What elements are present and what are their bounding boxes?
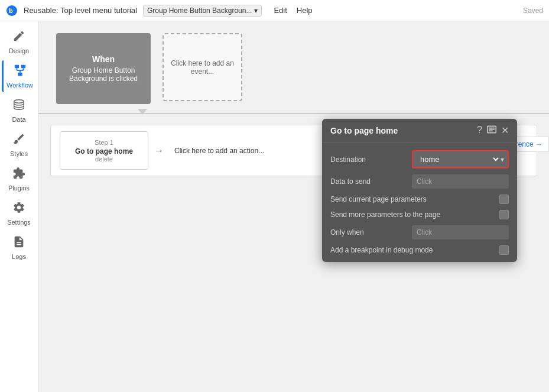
main-layout: Design Workflow Data Styles Plugins <box>0 21 549 392</box>
popup-close-icon[interactable]: ✕ <box>501 125 509 137</box>
when-label: When <box>92 54 115 64</box>
svg-text:b: b <box>9 7 13 14</box>
breakpoint-toggle[interactable] <box>499 245 509 255</box>
send-current-params-label: Send current page parameters <box>330 195 427 203</box>
destination-row: Destination home ▾ <box>330 150 509 169</box>
saved-status: Saved <box>523 7 543 15</box>
send-current-params-row: Send current page parameters <box>330 195 509 204</box>
send-current-params-toggle[interactable] <box>499 195 509 204</box>
plugins-icon <box>12 167 25 183</box>
workflow-dropdown[interactable]: Group Home Button Backgroun... ▾ <box>143 5 262 17</box>
sidebar-item-settings[interactable]: Settings <box>2 197 36 229</box>
design-icon <box>12 30 25 46</box>
when-block[interactable]: When Group Home Button Background is cli… <box>56 33 151 104</box>
send-more-params-row: Send more parameters to the page <box>330 210 509 219</box>
only-when-field[interactable]: Click <box>412 225 509 239</box>
sidebar-item-logs[interactable]: Logs <box>2 232 36 264</box>
project-label: Reusable: Top level menu tutorial <box>24 6 137 15</box>
sidebar-item-styles[interactable]: Styles <box>2 129 36 161</box>
popup-header-icons: ? ✕ <box>477 125 509 137</box>
data-label: Data <box>12 116 25 123</box>
popup-title: Go to page home <box>330 126 398 135</box>
send-more-params-toggle[interactable] <box>499 210 509 219</box>
add-action-button[interactable]: Click here to add an action... <box>170 144 269 157</box>
edit-menu[interactable]: Edit <box>274 6 287 15</box>
workflow-label: Group Home Button Backgroun... <box>147 7 252 15</box>
popup-header: Go to page home ? ✕ <box>322 119 517 143</box>
svg-rect-4 <box>18 73 22 76</box>
sidebar-item-data[interactable]: Data <box>2 95 36 127</box>
goto-page-popup: Go to page home ? ✕ Destination home <box>322 119 517 262</box>
destination-label: Destination <box>330 155 407 164</box>
popup-chat-icon[interactable] <box>487 125 496 137</box>
sidebar-item-plugins[interactable]: Plugins <box>2 163 36 195</box>
settings-icon <box>12 201 25 217</box>
step-delete[interactable]: delete <box>95 155 113 163</box>
svg-rect-3 <box>21 65 25 69</box>
breakpoint-label: Add a breakpoint in debug mode <box>330 246 433 254</box>
add-event-label: Click here to add an event... <box>164 59 241 76</box>
app-logo: b <box>6 5 18 17</box>
popup-body: Destination home ▾ Data to send Click Se <box>322 143 517 262</box>
sidebar: Design Workflow Data Styles Plugins <box>0 21 38 392</box>
design-label: Design <box>9 47 29 54</box>
top-bar: b Reusable: Top level menu tutorial Grou… <box>0 0 549 21</box>
canvas-content: When Group Home Button Background is cli… <box>38 21 549 392</box>
breakpoint-row: Add a breakpoint in debug mode <box>330 245 509 255</box>
workflow-chevron-icon: ▾ <box>254 7 258 15</box>
plugins-label: Plugins <box>8 184 30 192</box>
send-more-params-label: Send more parameters to the page <box>330 210 440 219</box>
arrow-icon: → <box>154 145 164 156</box>
sidebar-item-design[interactable]: Design <box>2 26 36 58</box>
step-box[interactable]: Step 1 Go to page home delete <box>60 131 148 170</box>
popup-help-icon[interactable]: ? <box>477 125 482 137</box>
settings-label: Settings <box>7 219 31 226</box>
styles-icon <box>12 132 25 148</box>
workflow-label-sidebar: Workflow <box>7 82 33 89</box>
only-when-row: Only when Click <box>330 225 509 239</box>
data-to-send-row: Data to send Click <box>330 174 509 189</box>
connector-bar <box>38 113 549 114</box>
sidebar-item-workflow[interactable]: Workflow <box>2 60 36 92</box>
logs-icon <box>12 235 25 251</box>
data-to-send-field[interactable]: Click <box>412 174 509 189</box>
top-nav: Edit Help <box>274 6 312 15</box>
data-icon <box>12 98 25 114</box>
destination-select[interactable]: home <box>413 151 501 167</box>
logs-label: Logs <box>12 253 26 260</box>
step-label: Step 1 <box>95 139 113 146</box>
add-event-block[interactable]: Click here to add an event... <box>163 33 242 101</box>
data-to-send-label: Data to send <box>330 177 407 186</box>
svg-rect-2 <box>14 65 18 69</box>
help-menu[interactable]: Help <box>297 6 313 15</box>
destination-chevron-icon: ▾ <box>501 155 508 164</box>
svg-point-10 <box>14 100 24 103</box>
destination-select-wrapper[interactable]: home ▾ <box>412 150 509 169</box>
only-when-label: Only when <box>330 228 407 237</box>
workflow-icon <box>14 64 27 80</box>
step-title: Go to page home <box>75 147 133 155</box>
when-subtext: Group Home Button Background is clicked <box>56 66 151 83</box>
styles-label: Styles <box>10 150 28 157</box>
